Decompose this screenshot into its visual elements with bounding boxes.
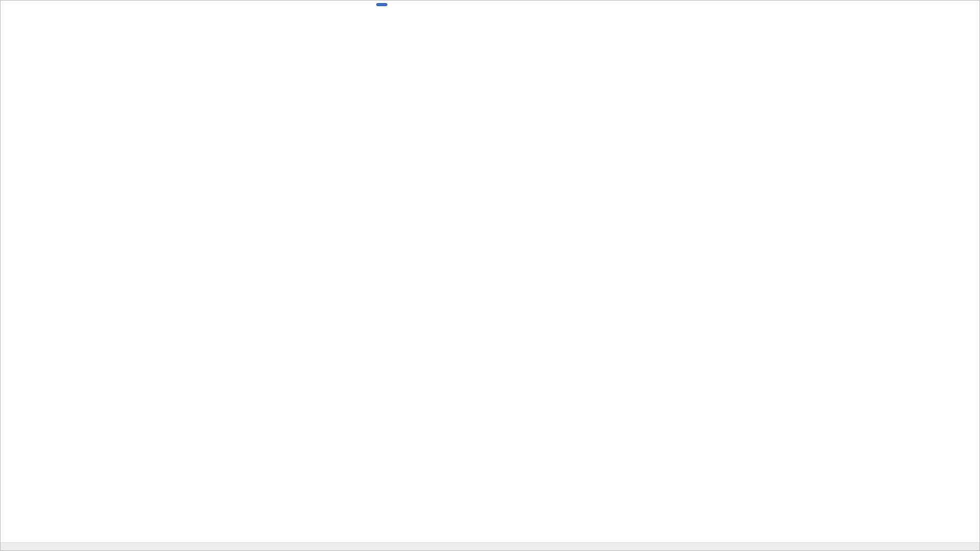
view-3d-button[interactable]: [376, 3, 387, 6]
incidence-3d-chart: [0, 0, 980, 551]
bottom-scroll-strip: [1, 542, 979, 550]
attribution-block: [969, 3, 974, 13]
report-date: [5, 1, 7, 19]
